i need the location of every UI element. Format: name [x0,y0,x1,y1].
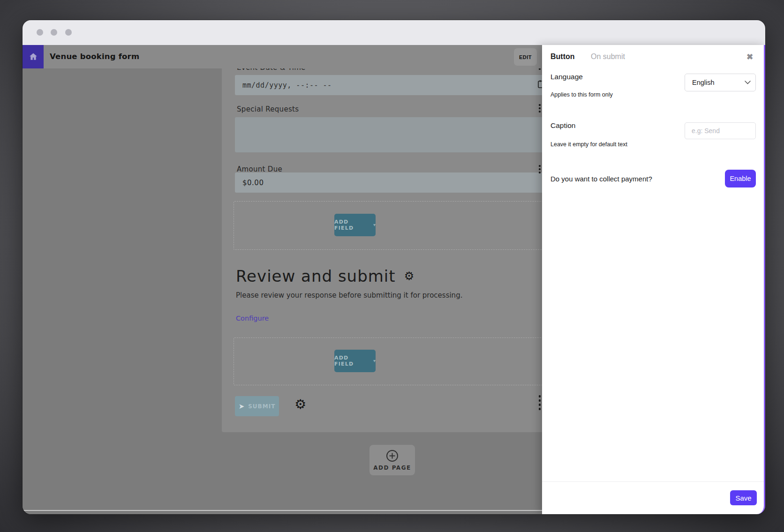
add-field-label: ADD FIELD [334,355,369,367]
browser-chrome-bar [23,20,765,45]
add-field-dropzone [234,201,554,250]
panel-footer-divider [542,481,764,482]
language-label: Language [550,73,583,81]
add-field-button[interactable]: ADD FIELD ▾ [334,214,376,236]
add-field-dropzone [234,337,554,385]
gear-icon[interactable]: ⚙ [294,398,306,411]
home-icon [29,52,38,61]
datetime-input[interactable]: mm/dd/yyyy, --:-- -- [235,75,553,95]
caret-down-icon: ▾ [373,223,376,227]
chevron-down-icon [745,81,751,84]
add-page-label: ADD PAGE [373,465,411,471]
configure-link[interactable]: Configure [236,315,269,322]
language-help: Applies to this form only [550,91,613,98]
button-settings-panel [542,45,765,514]
submit-button[interactable]: ➤ SUBMIT [235,396,279,416]
add-page-button[interactable]: ADD PAGE [369,445,415,475]
language-value: English [692,79,715,86]
save-button[interactable]: Save [730,490,757,505]
home-button[interactable] [23,45,44,68]
window-control-dot[interactable] [37,29,43,36]
section-description: Please review your response before submi… [236,291,462,300]
app-window: Venue booking form EDIT Event Date & Tim… [23,20,765,514]
close-icon[interactable]: ✖ [746,52,753,62]
window-control-dot[interactable] [51,29,57,36]
special-requests-textarea[interactable] [235,117,553,152]
section-heading: Review and submit [236,267,396,285]
plus-circle-icon [386,450,399,462]
add-field-label: ADD FIELD [334,219,369,231]
caption-label: Caption [550,121,575,130]
form-title: Venue booking form [50,45,139,68]
page-bottom-edge [23,510,542,511]
amount-due-value: $0.00 [242,179,264,187]
datetime-value: mm/dd/yyyy, --:-- -- [242,81,332,90]
send-icon: ➤ [239,403,245,410]
submit-label: SUBMIT [248,403,275,410]
amount-due-input[interactable]: $0.00 [235,172,553,193]
language-select[interactable]: English [685,74,756,91]
edit-tab[interactable]: EDIT [514,48,537,66]
caption-help: Leave it empty for default text [550,141,627,148]
collect-payment-label: Do you want to collect payment? [550,175,652,183]
window-control-dot[interactable] [65,29,72,36]
gear-icon[interactable]: ⚙ [404,270,415,282]
field-label: Special Requests [237,105,299,113]
add-field-button[interactable]: ADD FIELD ▾ [334,350,376,372]
tab-on-submit[interactable]: On submit [591,52,625,61]
caption-input[interactable] [685,122,756,139]
tab-button[interactable]: Button [550,52,575,61]
caret-down-icon: ▾ [373,359,376,363]
enable-payment-button[interactable]: Enable [725,170,756,187]
section-heading-row: Review and submit ⚙ [236,267,415,285]
